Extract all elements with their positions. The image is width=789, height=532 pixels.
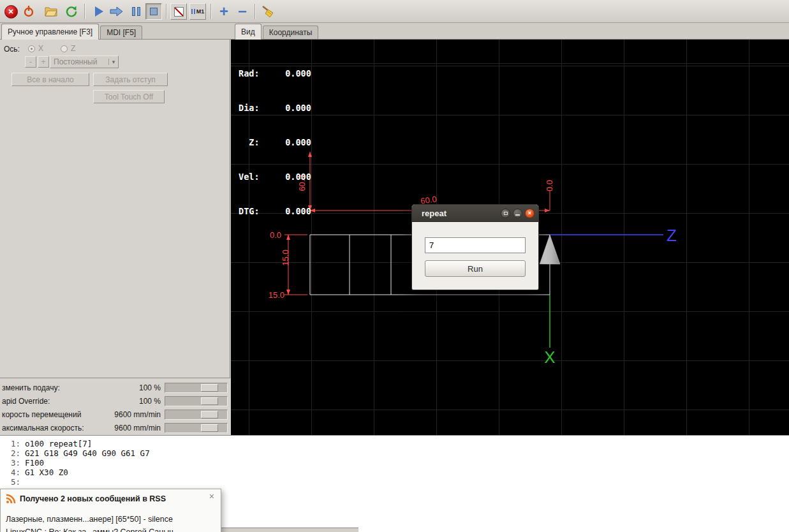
optional-pause-toggle[interactable]: M1 [189,3,207,20]
clear-plot-button[interactable] [259,3,277,20]
axis-radio-x[interactable]: X [28,44,43,53]
maximize-icon [504,212,508,215]
run-button-label: Run [468,264,483,274]
max-velocity-value: 9600 mm/min [114,424,161,432]
toolbar: ✕ M1 [0,0,789,23]
m1-pause-bar-icon [191,9,193,14]
stop-icon [150,8,158,15]
m1-pause-bar-icon [194,9,195,14]
gcode-line-number: 3: [0,458,20,468]
dialog-title: repeat [422,209,446,218]
zoom-out-button[interactable]: − [233,3,251,20]
max-velocity-label: аксимальная скорость: [2,424,84,432]
gcode-line-text: o100 repeat[7] [25,439,92,448]
tab-mdi[interactable]: MDI [F5] [100,26,142,39]
slider-handle[interactable] [201,384,218,392]
reload-button[interactable] [63,3,80,20]
axis-x-label: X [38,44,43,53]
notification-item[interactable]: LinuxCNC : Re: Как за...эммы? Сергей Сан… [6,528,173,532]
dro-dtg: DTG: 0.000 [239,205,311,217]
tab-dro-label: Координаты [269,28,313,37]
toolbar-separator [84,4,85,19]
tool-touch-off-button[interactable]: Tool Touch Off [93,90,165,103]
zoom-out-icon: − [238,5,247,18]
set-offset-label: Задать отступ [105,75,155,84]
stop-program-button[interactable] [145,3,163,20]
repeat-dialog-titlebar[interactable]: repeat × [412,205,538,222]
gcode-line-number: 1: [0,439,20,448]
stop-icon-frame [145,3,162,20]
notification-title: Получено 2 новых сообщений в RSS [20,494,166,503]
broom-icon [261,5,275,18]
tab-preview[interactable]: Вид [235,24,262,40]
tab-mdi-label: MDI [F5] [107,28,136,37]
pause-program-button[interactable] [127,3,145,20]
minimize-icon [515,214,520,216]
jog-speed-slider[interactable] [165,410,228,420]
home-all-label: Все в начало [27,75,74,84]
jog-plus-button[interactable]: + [38,56,49,68]
run-step-button[interactable] [108,3,126,20]
m1-icon: M1 [196,8,205,15]
slider-handle[interactable] [201,411,218,418]
repeat-count-input[interactable] [425,237,526,253]
jog-speed-value: 9600 mm/min [114,410,161,419]
gcode-line[interactable]: 4: G1 X30 Z0 [0,468,789,477]
slider-handle[interactable] [201,397,218,405]
tab-manual-label: Ручное управление [F3] [8,27,92,36]
left-tabbar: Ручное управление [F3] MDI [F5] [0,23,231,40]
toolbar-separator [166,4,167,19]
dim-0-right: 0.0 [545,180,554,191]
dro-readout: Rad: 0.000 Dia: 0.000 Z: 0.000 Vel: 0.00… [239,45,311,240]
minimize-button[interactable] [513,209,522,218]
tab-manual-control[interactable]: Ручное управление [F3] [1,24,99,40]
run-program-button[interactable] [90,3,108,20]
toolbar-separator [210,4,212,19]
max-velocity-slider[interactable] [165,423,228,433]
gcode-line[interactable]: 1: o100 repeat[7] [0,439,789,448]
maximize-button[interactable] [501,209,510,218]
slider-handle[interactable] [201,424,218,432]
zoom-in-button[interactable]: + [215,3,233,20]
feed-override-slider[interactable] [165,383,228,393]
notification-item[interactable]: Лазерные, плазменн...анере] [65*50] - si… [6,515,173,524]
jog-mode-combo[interactable]: Постоянный ▾ [50,55,119,68]
open-file-button[interactable] [42,3,60,20]
close-icon: × [528,210,531,216]
gcode-line-number: 2: [0,448,20,458]
gcode-line[interactable]: 2: G21 G18 G49 G40 G90 G61 G7 [0,448,789,458]
power-icon [22,5,35,18]
play-icon [95,6,103,17]
tab-dro[interactable]: Координаты [263,26,319,39]
radio-selected-icon [28,45,35,52]
open-folder-icon [45,6,57,17]
home-all-button[interactable]: Все в начало [11,73,89,86]
gcode-line[interactable]: 5: [0,477,789,487]
radio-unselected-icon [61,45,68,52]
dro-vel: Vel: 0.000 [239,171,311,182]
dro-z: Z: 0.000 [239,137,311,148]
gcode-line-number: 4: [0,468,20,477]
jog-speed-row: корость перемещений 9600 mm/min [0,408,231,422]
feed-override-row: зменить подачу: 100 % [0,381,231,395]
gcode-line[interactable]: 3: F100 [0,458,789,468]
axis-z-label: Z [71,44,75,53]
estop-button[interactable]: ✕ [2,3,20,20]
z-axis-label: Z [667,226,677,245]
rapid-override-slider[interactable] [165,396,228,406]
close-window-button[interactable]: × [525,209,535,218]
notification-close-button[interactable]: × [209,491,214,501]
preview-canvas[interactable]: Rad: 0.000 Dia: 0.000 Z: 0.000 Vel: 0.00… [231,40,789,435]
dim-15-vertical: 15.0 [281,249,290,265]
axis-radio-z[interactable]: Z [61,44,75,53]
jog-minus-button[interactable]: - [25,56,36,68]
estop-icon: ✕ [4,5,18,18]
step-arrow-icon [110,6,124,17]
gcode-line-text: F100 [25,458,44,468]
set-offset-button[interactable]: Задать отступ [93,73,168,86]
machine-power-button[interactable] [20,3,38,20]
tab-preview-label: Вид [241,27,255,36]
skip-lines-toggle[interactable] [170,3,188,20]
run-button[interactable]: Run [425,260,526,277]
gcode-line-number: 5: [0,477,20,487]
